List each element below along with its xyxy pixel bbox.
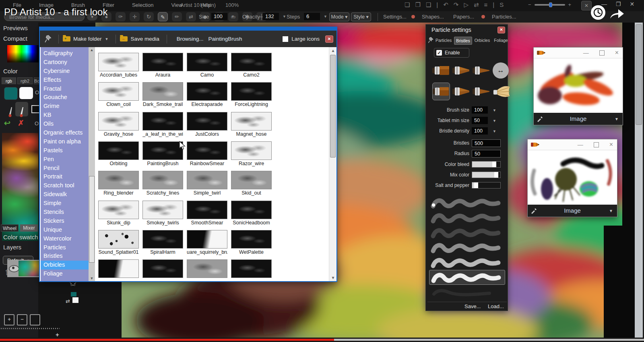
category-gouache[interactable]: Gouache xyxy=(41,93,89,102)
tab-mixer[interactable]: Mixer xyxy=(20,224,38,232)
category-foliage[interactable]: Foliage xyxy=(41,269,89,278)
stroke-preset[interactable] xyxy=(429,225,505,240)
size-value[interactable]: 100 xyxy=(211,13,227,20)
brush-item-RainbowSmear[interactable]: RainbowSmear xyxy=(187,141,227,166)
scrollbar-thumb[interactable] xyxy=(330,55,336,158)
brush-item-Razor_wire[interactable]: Razor_wire xyxy=(231,141,272,166)
brush-item-WetPalette[interactable]: WetPalette xyxy=(231,230,272,255)
brush-thumbnail[interactable] xyxy=(142,201,183,219)
pin-icon[interactable] xyxy=(44,35,52,44)
brush-preset[interactable] xyxy=(493,83,510,100)
category-pen[interactable]: Pen xyxy=(41,155,89,164)
papers-button[interactable]: Papers... xyxy=(453,14,474,20)
field-slider[interactable] xyxy=(472,161,501,168)
brush-item-JustColors[interactable]: JustColors xyxy=(187,112,227,137)
scroll-down-icon[interactable]: ▼ xyxy=(329,276,337,280)
category-scratch-tool[interactable]: Scratch tool xyxy=(41,181,89,190)
chevron-down-icon[interactable]: ▼ xyxy=(493,108,496,112)
eyedropper-active-icon[interactable] xyxy=(18,103,25,119)
close-icon[interactable]: × xyxy=(615,49,619,56)
brush-thumbnail[interactable] xyxy=(98,230,139,249)
tools-icon[interactable]: ✕ xyxy=(581,1,592,10)
brush-thumbnail[interactable] xyxy=(187,259,227,278)
brush-item-SonicHeadboom[interactable]: SonicHeadboom xyxy=(231,201,272,226)
mode-dropdown[interactable]: Mode ▾ xyxy=(329,12,349,21)
brush-item-Dark_Smoke_trail[interactable]: Dark_Smoke_trail xyxy=(142,82,183,107)
category-simple[interactable]: Simple xyxy=(41,199,89,208)
brush-item-uare_squirrely_bru[interactable]: uare_squirrely_bru xyxy=(187,230,227,255)
stroke-preset[interactable] xyxy=(429,255,505,270)
brush-thumbnail[interactable] xyxy=(231,230,272,249)
eyedropper-icon[interactable] xyxy=(6,103,14,119)
brush-thumbnail[interactable] xyxy=(187,141,227,160)
ink-tool-icon[interactable]: ✑ xyxy=(116,12,126,21)
image-canvas[interactable] xyxy=(528,150,616,205)
enable-checkbox[interactable]: ✓ xyxy=(436,50,442,56)
brush-thumbnail[interactable] xyxy=(98,171,139,189)
category-scrollbar[interactable]: ▲ ▼ xyxy=(89,47,95,281)
make-folder-dropdown-icon[interactable]: ▼ xyxy=(105,37,109,41)
category-particles[interactable]: Particles xyxy=(41,243,89,252)
opacity-dropdown-icon[interactable]: ▼ xyxy=(283,15,286,19)
large-icons-checkbox[interactable] xyxy=(283,36,288,42)
brush-item-Ring_blender[interactable]: Ring_blender xyxy=(98,171,139,196)
brush-thumbnail[interactable] xyxy=(142,112,183,131)
pen-tool-icon[interactable]: ✎ xyxy=(158,12,168,21)
video-progress-bar[interactable] xyxy=(0,338,644,342)
category-grime[interactable]: Grime xyxy=(41,102,89,111)
hand-tool-icon[interactable]: ✛ xyxy=(130,12,140,21)
brush-item-Accordian_tubes[interactable]: Accordian_tubes xyxy=(98,53,139,78)
s-icon[interactable]: S xyxy=(500,1,504,8)
particles-button[interactable]: Particles... xyxy=(492,14,516,20)
category-cybersine[interactable]: Cybersine xyxy=(41,67,89,76)
layer-thumbnail[interactable] xyxy=(19,261,41,276)
brush-thumbnail[interactable] xyxy=(98,141,139,160)
info-expand-icon[interactable]: + xyxy=(56,331,59,338)
category-bristles[interactable]: Bristles xyxy=(41,252,89,261)
field-slider[interactable] xyxy=(472,182,501,189)
brush-preset[interactable] xyxy=(452,83,470,100)
pin-icon[interactable] xyxy=(427,37,434,44)
scroll-down-icon[interactable]: ▼ xyxy=(89,276,95,280)
brush-thumbnail[interactable] xyxy=(142,171,183,189)
category-portrait[interactable]: Portrait xyxy=(41,172,89,181)
brush-thumbnail[interactable] xyxy=(142,141,183,160)
particle-tab-particles[interactable]: Particles xyxy=(434,37,453,45)
minimize-icon[interactable]: — xyxy=(583,50,589,56)
brush-item-SpiralHarm[interactable]: SpiralHarm xyxy=(142,230,183,255)
particle-tab-orbicles[interactable]: Orbicles xyxy=(473,37,492,45)
rotate-tool-icon[interactable]: ↻ xyxy=(144,12,154,21)
brush-thumbnail[interactable] xyxy=(231,82,272,101)
category-pastels[interactable]: Pastels xyxy=(41,146,89,155)
brush-item-_a_leaf_in_the_wi[interactable]: _a_leaf_in_the_wi xyxy=(142,112,183,137)
compact-button[interactable]: Compact xyxy=(3,35,27,42)
brush-thumbnail[interactable] xyxy=(142,259,183,278)
add-layer-icon[interactable]: + xyxy=(4,314,14,325)
field-value[interactable]: 100 xyxy=(472,106,488,114)
category-calligraphy[interactable]: Calligraphy xyxy=(41,49,89,58)
tab-bo[interactable]: Bo xyxy=(34,77,39,84)
menu-item-selection[interactable]: Selection xyxy=(132,2,153,8)
image-selector-bar[interactable]: Image ▼ xyxy=(534,113,623,125)
opacity-value[interactable]: 132 xyxy=(263,13,279,20)
brush-thumbnail[interactable] xyxy=(231,201,272,219)
category-watercolor[interactable]: Watercolor xyxy=(41,234,89,243)
window-title-strip[interactable] xyxy=(40,27,336,31)
brush-item[interactable] xyxy=(187,259,227,278)
field-value[interactable]: 100 xyxy=(472,127,488,135)
pencil-tool-icon[interactable]: ✏ xyxy=(172,12,182,21)
brush-item-ForceLightning[interactable]: ForceLightning xyxy=(231,82,272,107)
new-page-icon[interactable] xyxy=(30,314,40,325)
pump-icon[interactable]: ❑ xyxy=(426,1,431,8)
scrollbar-thumb[interactable] xyxy=(89,176,95,263)
direction-control[interactable]: ↔ xyxy=(493,62,509,79)
particle-tab-foliage[interactable]: Foliage xyxy=(492,37,509,45)
primary-color-swatch[interactable] xyxy=(19,87,33,99)
zoom-slider[interactable] xyxy=(535,4,565,6)
tab-rgb[interactable]: rgb xyxy=(2,77,16,84)
scroll-up-icon[interactable]: ▲ xyxy=(329,48,337,53)
steps-value[interactable]: 6 xyxy=(304,13,320,20)
swap-colors-icon[interactable]: ⇄ xyxy=(66,298,70,304)
image-canvas[interactable] xyxy=(534,58,622,113)
tab-wheel[interactable]: Wheel xyxy=(1,224,19,232)
